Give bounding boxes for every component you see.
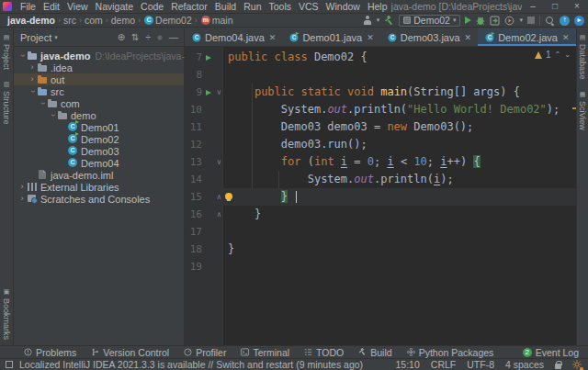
- close-icon[interactable]: ✕: [269, 33, 277, 42]
- tree-row-demo[interactable]: ›demo: [14, 109, 184, 121]
- code-line-11[interactable]: 11 Demo03 demo03 = new Demo03();: [185, 118, 576, 136]
- tab-demo01-java[interactable]: CDemo01.java✕: [282, 28, 379, 46]
- code-line-12[interactable]: 12 demo03.run();: [185, 136, 576, 153]
- tool-window-button-todo[interactable]: TODO: [304, 347, 344, 358]
- locate-file-icon[interactable]: ⊕: [116, 33, 127, 42]
- tool-window-button-problems[interactable]: Problems: [24, 347, 76, 358]
- tool-window-button-bookmarks[interactable]: ▣Bookmarks: [2, 283, 11, 345]
- event-log-button[interactable]: 2Event Log: [523, 347, 579, 358]
- next-warning-icon[interactable]: ⌄: [564, 50, 571, 59]
- debug-icon[interactable]: [476, 16, 485, 26]
- indent-style[interactable]: 4 spaces: [505, 359, 544, 370]
- tree-row-demo01[interactable]: CDemo01: [14, 121, 184, 133]
- caret-position[interactable]: 15:10: [396, 359, 420, 370]
- breadcrumb-item-java-demo[interactable]: java-demo: [7, 15, 55, 26]
- run-line-icon[interactable]: [206, 90, 211, 95]
- project-panel-title[interactable]: Project: [20, 32, 51, 43]
- tree-row-java-demo[interactable]: ›java-demoD:\IdeaProjects\java-demo: [14, 50, 184, 62]
- tree-row-out[interactable]: ›out: [14, 73, 184, 85]
- menu-help[interactable]: Help: [364, 0, 391, 13]
- tree-row-java-demo-iml[interactable]: java-demo.iml: [14, 169, 184, 181]
- build-hammer-icon[interactable]: [384, 16, 394, 26]
- status-message[interactable]: Localized IntelliJ IDEA 2021.3.3 is avai…: [19, 359, 363, 370]
- breadcrumb-item-demo02[interactable]: CDemo02: [143, 15, 192, 26]
- tool-window-button-version-control[interactable]: Version Control: [91, 347, 169, 358]
- tab-demo03-java[interactable]: CDemo03.java✕: [380, 28, 478, 46]
- tool-window-button-terminal[interactable]: Terminal: [241, 347, 289, 358]
- menu-file[interactable]: File: [17, 0, 40, 13]
- user-icon[interactable]: [363, 16, 372, 25]
- code-line-13[interactable]: 13∨ for (int i = 0; i < 10; i++) {: [185, 153, 576, 171]
- tree-chevron-icon[interactable]: ›: [17, 183, 27, 191]
- tree-row-src[interactable]: ›src: [14, 85, 184, 97]
- tree-chevron-icon[interactable]: ›: [28, 75, 37, 84]
- close-icon[interactable]: ✕: [367, 33, 374, 42]
- tree-chevron-icon[interactable]: ›: [28, 63, 37, 72]
- maximize-icon[interactable]: □: [544, 0, 566, 13]
- code-editor[interactable]: 7public class Demo02 {89∨ public static …: [185, 47, 576, 345]
- run-button[interactable]: [465, 17, 471, 24]
- tree-chevron-icon[interactable]: ›: [39, 99, 47, 108]
- code-line-14[interactable]: 14 System.out.println(i);: [185, 171, 576, 188]
- code-line-17[interactable]: 17: [185, 223, 576, 241]
- hide-panel-icon[interactable]: —: [167, 33, 180, 42]
- close-icon[interactable]: ×: [566, 0, 588, 13]
- menu-tools[interactable]: Tools: [265, 0, 295, 13]
- tool-window-button-structure[interactable]: ▥Structure: [2, 75, 11, 130]
- tab-demo04-java[interactable]: CDemo04.java✕: [185, 28, 282, 46]
- tree-row-com[interactable]: ›com: [14, 97, 184, 109]
- tree-row-demo04[interactable]: CDemo04: [14, 157, 184, 169]
- code-line-18[interactable]: 18}: [185, 241, 576, 258]
- profiler-icon[interactable]: [504, 16, 514, 26]
- close-icon[interactable]: ✕: [562, 33, 570, 42]
- tree-chevron-icon[interactable]: ›: [18, 51, 27, 61]
- expand-collapse-icon[interactable]: ⇅: [130, 33, 141, 42]
- tool-window-toggle-icon[interactable]: [6, 361, 13, 368]
- minimize-icon[interactable]: –: [522, 0, 544, 13]
- tree-row-demo03[interactable]: CDemo03: [14, 145, 184, 157]
- code-line-7[interactable]: 7public class Demo02 {: [185, 49, 576, 66]
- menu-run[interactable]: Run: [240, 0, 265, 13]
- readonly-lock-icon[interactable]: [555, 364, 561, 369]
- menu-build[interactable]: Build: [211, 0, 240, 13]
- code-line-19[interactable]: 19: [185, 258, 576, 275]
- line-separator[interactable]: CRLF: [431, 359, 456, 370]
- run-configuration-select[interactable]: Demo02 ▾: [399, 15, 460, 27]
- chevron-down-icon[interactable]: ▾: [54, 34, 58, 41]
- menu-edit[interactable]: Edit: [40, 0, 63, 13]
- breadcrumb-item-demo[interactable]: demo: [111, 15, 135, 26]
- tree-chevron-icon[interactable]: ›: [49, 111, 57, 120]
- prev-warning-icon[interactable]: ⌃: [555, 50, 561, 59]
- update-notification-icon[interactable]: ↑: [560, 16, 570, 26]
- tree-row-external-libraries[interactable]: ›External Libraries: [14, 181, 184, 193]
- coverage-icon[interactable]: [490, 16, 500, 26]
- breadcrumb-item-com[interactable]: com: [85, 15, 103, 26]
- tree-chevron-icon[interactable]: ›: [28, 87, 37, 96]
- collapse-all-icon[interactable]: ÷: [144, 33, 153, 42]
- search-everywhere-icon[interactable]: [545, 16, 555, 26]
- plugin-notification-icon[interactable]: ▸: [574, 16, 584, 26]
- tree-row-scratches-and-consoles[interactable]: ›Scratches and Consoles: [14, 193, 184, 205]
- fold-marker-icon[interactable]: ∧: [214, 211, 224, 219]
- tool-window-button-database[interactable]: ▤Database: [578, 28, 587, 85]
- tool-window-button-sciview[interactable]: ▦SciView: [578, 85, 587, 136]
- tool-window-button-python-packages[interactable]: Python Packages: [407, 347, 494, 358]
- menu-navigate[interactable]: Navigate: [92, 0, 137, 13]
- tool-window-button-project[interactable]: ▤Project: [2, 28, 11, 75]
- tree-chevron-icon[interactable]: ›: [17, 195, 27, 203]
- chevron-down-icon[interactable]: ▾: [377, 17, 380, 24]
- tree-row-demo02[interactable]: CDemo02: [14, 133, 184, 145]
- inspections-widget[interactable]: 1 ⌃ ⌄: [535, 50, 571, 60]
- gear-icon[interactable]: [155, 33, 164, 42]
- fold-marker-icon[interactable]: ∨: [214, 89, 224, 96]
- run-line-icon[interactable]: [206, 55, 211, 61]
- menu-view[interactable]: View: [63, 0, 92, 13]
- tab-demo02-java[interactable]: CDemo02.java✕: [478, 28, 575, 46]
- intention-bulb-icon[interactable]: [225, 193, 232, 200]
- fold-marker-icon[interactable]: ∧: [214, 194, 224, 201]
- code-line-15[interactable]: 15∧ }: [185, 188, 576, 206]
- menu-refactor[interactable]: Refactor: [167, 0, 211, 13]
- fold-marker-icon[interactable]: ∨: [214, 159, 224, 166]
- code-line-16[interactable]: 16∧ }: [185, 206, 576, 223]
- chevron-down-icon[interactable]: ▾: [519, 17, 523, 24]
